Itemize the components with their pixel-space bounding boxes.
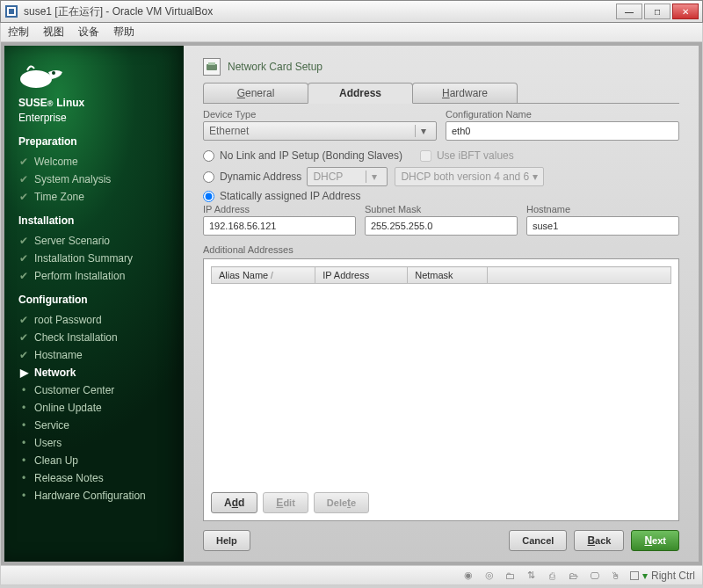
tab-hardware[interactable]: Hardware bbox=[412, 83, 518, 103]
step-network: ▶Network bbox=[18, 364, 170, 381]
bullet-icon: • bbox=[18, 402, 29, 414]
option-dynamic[interactable]: Dynamic Address DHCP▾ DHCP both version … bbox=[203, 165, 679, 188]
tabs: General Address Hardware bbox=[203, 83, 679, 104]
check-icon: ✔ bbox=[18, 156, 29, 168]
device-type-select[interactable]: Ethernet ▾ bbox=[203, 121, 437, 141]
step-welcome: ✔Welcome bbox=[18, 153, 170, 171]
bullet-icon: • bbox=[18, 490, 29, 502]
ip-input[interactable] bbox=[203, 216, 356, 236]
svg-point-3 bbox=[20, 70, 52, 88]
main-panel: Network Card Setup General Address Hardw… bbox=[184, 46, 699, 562]
menu-devices[interactable]: 设备 bbox=[78, 25, 99, 40]
additional-addresses-table: Alias Name IP Address Netmask Add Edit D… bbox=[203, 258, 679, 521]
config-name-input[interactable] bbox=[446, 121, 679, 141]
dynamic-mode-select: DHCP both version 4 and 6▾ bbox=[395, 167, 544, 186]
close-button[interactable]: ✕ bbox=[672, 4, 699, 19]
svg-rect-5 bbox=[207, 64, 217, 70]
next-button[interactable]: Next bbox=[631, 530, 679, 551]
disk-icon[interactable]: ◉ bbox=[461, 569, 475, 583]
back-button[interactable]: Back bbox=[574, 530, 624, 551]
col-alias[interactable]: Alias Name bbox=[212, 267, 315, 284]
mouse-icon[interactable]: 🖱 bbox=[609, 569, 623, 583]
menubar: 控制 视图 设备 帮助 bbox=[0, 23, 703, 42]
ip-label: IP Address bbox=[203, 204, 356, 214]
arrow-right-icon: ▶ bbox=[18, 367, 29, 379]
minimize-button[interactable]: — bbox=[616, 4, 642, 19]
edit-button[interactable]: Edit bbox=[263, 492, 308, 513]
svg-rect-6 bbox=[208, 62, 215, 65]
shared-folder-icon[interactable]: 🗁 bbox=[567, 569, 581, 583]
col-netmask[interactable]: Netmask bbox=[408, 267, 488, 284]
cancel-button[interactable]: Cancel bbox=[509, 530, 567, 551]
additional-addresses-label: Additional Addresses bbox=[203, 244, 679, 255]
help-button[interactable]: Help bbox=[203, 530, 250, 551]
display-icon[interactable]: 🖵 bbox=[588, 569, 602, 583]
menu-control[interactable]: 控制 bbox=[8, 25, 29, 40]
option-static[interactable]: Statically assigned IP Address bbox=[203, 188, 679, 204]
maximize-button[interactable]: □ bbox=[644, 4, 670, 19]
bullet-icon: • bbox=[18, 472, 29, 484]
check-icon: ✔ bbox=[18, 252, 29, 265]
bullet-icon: • bbox=[18, 384, 29, 396]
page-title: Network Card Setup bbox=[203, 58, 679, 76]
usb-icon[interactable]: ⎙ bbox=[546, 569, 560, 583]
check-icon: ✔ bbox=[18, 331, 29, 344]
check-icon: ✔ bbox=[18, 191, 29, 203]
virtualbox-icon bbox=[4, 4, 18, 18]
dynamic-proto-select: DHCP▾ bbox=[307, 167, 388, 186]
step-clean-up: •Clean Up bbox=[18, 452, 170, 469]
option-ibft: Use iBFT values bbox=[420, 148, 514, 163]
delete-button[interactable]: Delete bbox=[314, 492, 369, 513]
window-title: suse1 [正在运行] - Oracle VM VirtualBox bbox=[24, 4, 616, 19]
step-hostname: ✔Hostname bbox=[18, 346, 170, 364]
network-icon[interactable]: ⇅ bbox=[525, 569, 539, 583]
step-hardware-config: •Hardware Configuration bbox=[18, 487, 170, 505]
table-body bbox=[211, 284, 671, 485]
hostkey-box-icon bbox=[630, 571, 639, 580]
check-icon: ✔ bbox=[18, 235, 29, 247]
step-service: •Service bbox=[18, 417, 170, 434]
hostname-input[interactable] bbox=[526, 216, 679, 236]
arrow-down-icon: ▾ bbox=[642, 570, 648, 582]
option-no-link[interactable]: No Link and IP Setup (Bonding Slaves) Us… bbox=[203, 146, 679, 165]
tab-general[interactable]: General bbox=[203, 83, 308, 103]
tab-address[interactable]: Address bbox=[308, 83, 413, 104]
menu-help[interactable]: 帮助 bbox=[113, 25, 134, 40]
host-key-indicator: ▾ Right Ctrl bbox=[630, 570, 695, 582]
config-name-label: Configuration Name bbox=[446, 109, 679, 120]
add-button[interactable]: Add bbox=[211, 492, 257, 513]
step-server-scenario: ✔Server Scenario bbox=[18, 232, 170, 250]
step-release-notes: •Release Notes bbox=[18, 469, 170, 487]
step-time-zone: ✔Time Zone bbox=[18, 188, 170, 206]
step-users: •Users bbox=[18, 434, 170, 452]
check-icon: ✔ bbox=[18, 349, 29, 361]
col-ip[interactable]: IP Address bbox=[315, 267, 408, 284]
vm-screen: SUSE® Linux Enterprise Preparation ✔Welc… bbox=[0, 42, 703, 566]
network-card-icon bbox=[203, 58, 221, 76]
check-icon: ✔ bbox=[18, 314, 29, 326]
step-perform-install: ✔Perform Installation bbox=[18, 267, 170, 285]
step-online-update: •Online Update bbox=[18, 399, 170, 417]
subnet-label: Subnet Mask bbox=[365, 204, 518, 214]
step-system-analysis: ✔System Analysis bbox=[18, 171, 170, 188]
menu-view[interactable]: 视图 bbox=[43, 25, 64, 40]
svg-point-4 bbox=[52, 71, 55, 75]
optical-icon[interactable]: ◎ bbox=[482, 569, 496, 583]
folder-icon[interactable]: 🗀 bbox=[504, 569, 518, 583]
hostname-label: Hostname bbox=[526, 204, 679, 214]
window-titlebar: suse1 [正在运行] - Oracle VM VirtualBox — □ … bbox=[0, 0, 703, 23]
chevron-down-icon: ▾ bbox=[415, 125, 431, 137]
chevron-down-icon: ▾ bbox=[533, 171, 538, 183]
bullet-icon: • bbox=[18, 419, 29, 432]
bullet-icon: • bbox=[18, 437, 29, 449]
step-check-install: ✔Check Installation bbox=[18, 329, 170, 346]
chevron-down-icon: ▾ bbox=[366, 171, 381, 183]
subnet-input[interactable] bbox=[365, 216, 518, 236]
bullet-icon: • bbox=[18, 454, 29, 467]
step-root-password: ✔root Password bbox=[18, 311, 170, 329]
suse-logo bbox=[18, 60, 170, 90]
vm-statusbar: ◉ ◎ 🗀 ⇅ ⎙ 🗁 🖵 🖱 ▾ Right Ctrl bbox=[0, 566, 703, 585]
check-icon: ✔ bbox=[18, 270, 29, 282]
section-preparation-title: Preparation bbox=[18, 135, 170, 148]
step-customer-center: •Customer Center bbox=[18, 381, 170, 399]
